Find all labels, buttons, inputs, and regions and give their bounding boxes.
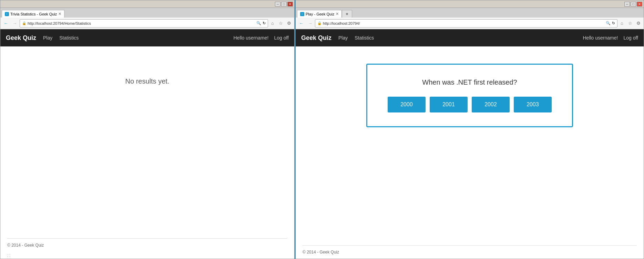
right-maximize-btn[interactable]: □ xyxy=(631,2,636,7)
right-title-bar: ─ □ ✕ xyxy=(296,0,644,8)
right-gear-btn[interactable]: ⚙ xyxy=(635,20,642,27)
right-tab-close[interactable]: ✕ xyxy=(336,12,339,16)
quiz-answer-2000[interactable]: 2000 xyxy=(388,97,426,112)
right-hello-text: Hello username! xyxy=(583,35,618,41)
right-refresh-icon[interactable]: ↻ xyxy=(612,21,615,25)
right-quiz-main: When was .NET first released? 2000 2001 … xyxy=(296,46,644,245)
left-address-bar[interactable]: 🔒 🔍 ↻ xyxy=(20,19,268,28)
left-refresh-icon[interactable]: ↻ xyxy=(263,21,266,25)
left-title-bar: ─ □ ✕ xyxy=(0,0,294,8)
left-tab[interactable]: i Trivia Statistics - Geek Quiz ✕ xyxy=(2,10,64,18)
left-nav-statistics[interactable]: Statistics xyxy=(59,35,79,41)
right-app-brand: Geek Quiz xyxy=(301,34,331,42)
right-nav-right-btns: ⌂ ☆ ⚙ xyxy=(618,20,642,27)
right-address-input[interactable] xyxy=(323,21,604,25)
right-logoff-link[interactable]: Log off xyxy=(623,35,638,41)
quiz-card: When was .NET first released? 2000 2001 … xyxy=(366,64,573,127)
left-maximize-btn[interactable]: □ xyxy=(281,2,287,7)
right-footer: © 2014 - Geek Quiz xyxy=(296,246,644,259)
right-app-navbar: Geek Quiz Play Statistics Hello username… xyxy=(296,29,644,46)
right-app-content: Geek Quiz Play Statistics Hello username… xyxy=(296,29,644,259)
left-app-navbar: Geek Quiz Play Statistics Hello username… xyxy=(0,29,294,46)
quiz-answer-2003[interactable]: 2003 xyxy=(514,97,552,112)
left-nav-right: Hello username! Log off xyxy=(234,35,289,41)
right-tab-label: Play - Geek Quiz xyxy=(306,12,334,16)
quiz-answers: 2000 2001 2002 2003 xyxy=(378,97,562,112)
right-nav-play[interactable]: Play xyxy=(338,35,348,41)
right-nav-bar: ← → 🔒 🔍 ↻ ⌂ ☆ ⚙ xyxy=(296,18,644,29)
right-nav-statistics[interactable]: Statistics xyxy=(355,35,374,41)
left-minimize-btn[interactable]: ─ xyxy=(275,2,280,7)
right-address-icon: 🔒 xyxy=(317,21,321,25)
left-tab-close[interactable]: ✕ xyxy=(58,12,61,16)
left-browser-window: ─ □ ✕ i Trivia Statistics - Geek Quiz ✕ … xyxy=(0,0,295,259)
left-logoff-link[interactable]: Log off xyxy=(274,35,289,41)
left-forward-btn[interactable]: → xyxy=(11,19,19,28)
left-tab-icon: i xyxy=(5,12,9,16)
left-home-btn[interactable]: ⌂ xyxy=(269,20,276,27)
left-app-content: Geek Quiz Play Statistics Hello username… xyxy=(0,29,294,259)
right-star-btn[interactable]: ☆ xyxy=(626,20,634,27)
left-footer: © 2014 - Geek Quiz xyxy=(0,239,294,252)
quiz-answer-2002[interactable]: 2002 xyxy=(472,97,510,112)
left-nav-right-btns: ⌂ ☆ ⚙ xyxy=(269,20,293,27)
left-address-input[interactable] xyxy=(28,21,255,25)
right-close-btn[interactable]: ✕ xyxy=(637,2,642,7)
quiz-question: When was .NET first released? xyxy=(378,78,562,86)
right-home-btn[interactable]: ⌂ xyxy=(618,20,626,27)
left-address-icon: 🔒 xyxy=(22,21,26,25)
right-back-btn[interactable]: ← xyxy=(297,19,305,28)
right-minimize-btn[interactable]: ─ xyxy=(624,2,630,7)
left-app-brand: Geek Quiz xyxy=(6,34,36,42)
quiz-answer-2001[interactable]: 2001 xyxy=(430,97,468,112)
right-tab[interactable]: i Play - Geek Quiz ✕ xyxy=(297,10,342,18)
left-hello-text: Hello username! xyxy=(234,35,269,41)
left-search-icon[interactable]: 🔍 xyxy=(256,21,261,25)
left-tab-label: Trivia Statistics - Geek Quiz xyxy=(10,12,57,16)
right-nav-right: Hello username! Log off xyxy=(583,35,638,41)
right-tab-bar: i Play - Geek Quiz ✕ + xyxy=(296,8,644,18)
left-main-content: No results yet. xyxy=(0,46,294,238)
left-star-btn[interactable]: ☆ xyxy=(277,20,285,27)
right-tab-icon: i xyxy=(300,12,304,16)
left-tab-bar: i Trivia Statistics - Geek Quiz ✕ xyxy=(0,8,294,18)
right-forward-btn[interactable]: → xyxy=(306,19,314,28)
left-nav-play[interactable]: Play xyxy=(43,35,52,41)
right-address-bar[interactable]: 🔒 🔍 ↻ xyxy=(315,19,617,28)
left-close-btn[interactable]: ✕ xyxy=(287,2,293,7)
left-debug: ; ; xyxy=(0,252,294,259)
left-gear-btn[interactable]: ⚙ xyxy=(285,20,293,27)
left-nav-bar: ← → 🔒 🔍 ↻ ⌂ ☆ ⚙ xyxy=(0,18,294,29)
left-back-btn[interactable]: ← xyxy=(2,19,10,28)
right-browser-window: ─ □ ✕ i Play - Geek Quiz ✕ + ← → 🔒 🔍 ↻ ⌂… xyxy=(295,0,644,259)
right-new-tab-btn[interactable]: + xyxy=(342,10,352,18)
no-results-text: No results yet. xyxy=(119,71,176,92)
right-search-icon[interactable]: 🔍 xyxy=(606,21,611,25)
